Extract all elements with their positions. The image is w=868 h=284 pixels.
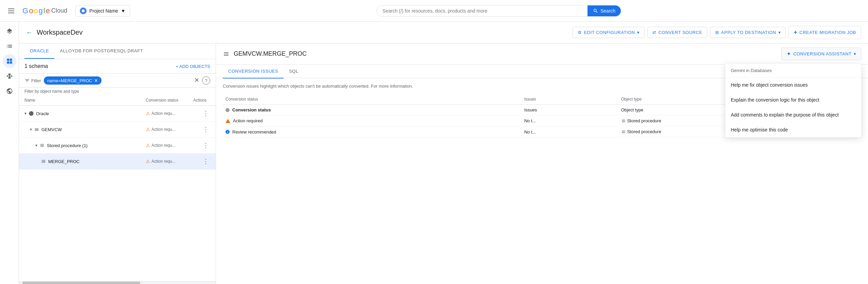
dropdown-item-explain-logic[interactable]: Explain the conversion logic for this ob…	[725, 92, 861, 107]
right-panel: GEMVCW.MERGE_PROC ✦ CONVERSION ASSISTANT…	[216, 43, 868, 284]
search-input[interactable]	[382, 8, 585, 14]
project-name: Project Name	[89, 8, 118, 14]
dropdown-item-add-comments[interactable]: Add comments to explain the purpose of t…	[725, 107, 861, 122]
workspace-title: WorkspaceDev	[37, 29, 83, 36]
filter-bar: Filter name=MERGE_PROC ✕ ✕ ?	[19, 74, 216, 88]
row-actions-menu[interactable]: ⋮	[201, 140, 210, 150]
back-button[interactable]: ←	[26, 29, 33, 36]
col-conversion-status: Conversion status	[146, 98, 193, 103]
action-required-issues: No t...	[522, 116, 618, 127]
search-icon	[593, 8, 598, 14]
object-title: GEMVCW.MERGE_PROC	[234, 50, 307, 57]
assistant-chevron: ▾	[854, 51, 856, 56]
table-header: Name Conversion status Actions	[19, 95, 216, 106]
convert-icon: ⇄	[652, 30, 656, 35]
sidebar-icon-globe[interactable]	[3, 84, 16, 98]
project-selector[interactable]: Project Name ▼	[75, 5, 130, 17]
edit-config-chevron: ▾	[637, 30, 640, 35]
plus-icon: +	[794, 29, 797, 36]
database-icon	[29, 111, 34, 116]
warning-triangle-icon	[225, 119, 230, 123]
sidebar-icon-list[interactable]	[3, 39, 16, 53]
warning-icon: ⚠	[146, 127, 150, 132]
conversion-assistant-label: CONVERSION ASSISTANT	[793, 51, 852, 56]
left-panel: ORACLE ALLOYDB FOR POSTGRESQL DRAFT 1 sc…	[19, 43, 216, 284]
status-dot-gray	[225, 108, 230, 112]
tab-oracle[interactable]: ORACLE	[24, 43, 54, 59]
col-name: Name	[24, 98, 146, 103]
conversion-assistant-button[interactable]: ✦ CONVERSION ASSISTANT ▾	[781, 48, 861, 60]
oracle-row-status: Action requ...	[151, 111, 176, 116]
issues-col-issues: Issues	[522, 94, 618, 105]
issues-col-status: Conversion status	[223, 94, 522, 105]
schema-header: 1 schema + ADD OBJECTS	[19, 59, 216, 74]
row-actions-menu[interactable]: ⋮	[201, 156, 210, 166]
global-search-bar: Search	[377, 5, 621, 17]
convert-source-button[interactable]: ⇄ CONVERT SOURCE	[647, 27, 707, 38]
chevron-down-icon: ▾	[24, 111, 26, 116]
gemvcw-row-status: Action requ...	[151, 127, 176, 132]
stored-proc-group-status: Action requ...	[151, 143, 176, 148]
tab-alloydb[interactable]: ALLOYDB FOR POSTGRESQL DRAFT	[54, 43, 148, 59]
warning-icon: ⚠	[146, 159, 150, 164]
review-recommended-label: Review recommended	[232, 129, 276, 135]
horizontal-scrollbar[interactable]	[19, 281, 216, 284]
table-row[interactable]: ▾ Stored procedure (1) ⚠ Action requ... …	[19, 138, 216, 154]
schema-tabs: ORACLE ALLOYDB FOR POSTGRESQL DRAFT	[19, 43, 216, 59]
warning-icon: ⚠	[146, 111, 150, 116]
project-avatar	[80, 7, 87, 14]
tab-conversion-issues[interactable]: CONVERSION ISSUES	[223, 65, 284, 78]
info-circle-icon: i	[225, 130, 230, 134]
apply-to-dest-chevron: ▾	[778, 30, 781, 35]
procedure-icon	[41, 159, 46, 164]
object-table: Name Conversion status Actions ▾ Oracle …	[19, 95, 216, 281]
col-actions: Actions	[193, 98, 210, 103]
filter-chip-text: name=MERGE_PROC	[47, 78, 92, 83]
apply-to-destination-button[interactable]: ⊞ APPLY TO DESTINATION ▾	[710, 27, 786, 38]
sidebar-icon-layers[interactable]	[3, 24, 16, 38]
workspace-header: ← WorkspaceDev ⚙ EDIT CONFIGURATION ▾ ⇄ …	[19, 22, 868, 43]
row-actions-menu[interactable]: ⋮	[201, 124, 210, 135]
add-objects-button[interactable]: + ADD OBJECTS	[176, 64, 211, 69]
content-area: ← WorkspaceDev ⚙ EDIT CONFIGURATION ▾ ⇄ …	[19, 22, 868, 284]
convert-source-label: CONVERT SOURCE	[658, 30, 702, 35]
create-migration-job-button[interactable]: + CREATE MIGRATION JOB	[789, 26, 861, 39]
search-button[interactable]: Search	[587, 5, 621, 16]
conversion-assistant-dropdown: Gemini in Databases Help me fix object c…	[725, 64, 861, 137]
filter-clear-button[interactable]: ✕	[194, 76, 199, 85]
apply-to-dest-label: APPLY TO DESTINATION	[721, 30, 776, 35]
dropdown-item-optimise-code[interactable]: Help me optimise this code	[725, 122, 861, 137]
table-row[interactable]: ▾ GEMVCW ⚠ Action requ... ⋮	[19, 122, 216, 138]
main-split: ORACLE ALLOYDB FOR POSTGRESQL DRAFT 1 sc…	[19, 43, 868, 284]
action-buttons: ⚙ EDIT CONFIGURATION ▾ ⇄ CONVERT SOURCE …	[573, 26, 861, 39]
row-actions-menu[interactable]: ⋮	[201, 108, 210, 119]
hamburger-menu[interactable]	[5, 6, 17, 16]
merge-proc-name: MERGE_PROC	[48, 159, 79, 164]
sidebar-icon-grid[interactable]	[3, 54, 16, 68]
chevron-down-icon: ▾	[30, 127, 32, 132]
review-recommended-issues: No t...	[522, 126, 618, 137]
dropdown-header: Gemini in Databases	[725, 64, 861, 77]
apply-icon: ⊞	[715, 30, 719, 35]
sidebar-icon-flow[interactable]	[3, 69, 16, 83]
schema-count: 1 schema	[24, 63, 48, 69]
conversion-status-header: Conversion status	[232, 107, 271, 112]
edit-configuration-button[interactable]: ⚙ EDIT CONFIGURATION ▾	[573, 27, 645, 38]
table-row[interactable]: MERGE_PROC ⚠ Action requ... ⋮	[19, 154, 216, 170]
oracle-row-name: Oracle	[36, 111, 49, 116]
project-chevron: ▼	[121, 8, 126, 14]
filter-chip-name: name=MERGE_PROC ✕	[44, 76, 102, 85]
filter-help-button[interactable]: ?	[202, 76, 210, 85]
tab-sql[interactable]: SQL	[284, 65, 304, 78]
dropdown-item-fix-issues[interactable]: Help me fix object conversion issues	[725, 77, 861, 92]
sparkle-icon: ✦	[786, 51, 791, 57]
google-cloud-logo: Google Cloud	[22, 6, 67, 15]
procedure-type-icon	[621, 119, 626, 123]
object-header: GEMVCW.MERGE_PROC ✦ CONVERSION ASSISTANT…	[216, 43, 868, 65]
schema-icon	[34, 127, 39, 132]
icon-sidebar	[0, 22, 19, 284]
filter-chip-close[interactable]: ✕	[94, 78, 98, 83]
issues-count-header: Issues	[522, 105, 618, 116]
create-job-label: CREATE MIGRATION JOB	[799, 30, 856, 35]
table-row[interactable]: ▾ Oracle ⚠ Action requ... ⋮	[19, 106, 216, 122]
